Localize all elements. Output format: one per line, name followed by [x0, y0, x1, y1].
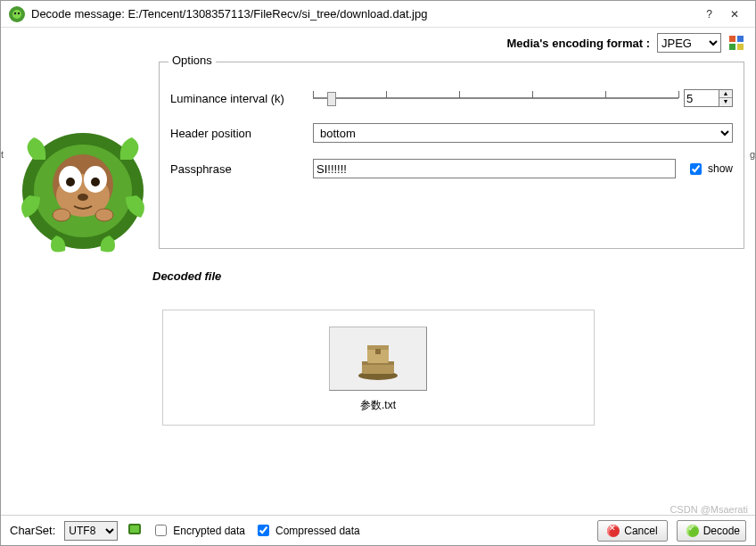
close-button[interactable]: ✕ — [730, 8, 739, 21]
decoded-file-heading: Decoded file — [152, 269, 755, 283]
charset-label: CharSet: — [10, 524, 55, 537]
decode-button[interactable]: Decode — [677, 520, 746, 542]
luminance-spinbox[interactable]: ▲▼ — [684, 89, 733, 107]
decode-icon — [686, 525, 699, 537]
svg-point-18 — [95, 209, 113, 221]
svg-point-15 — [91, 178, 100, 186]
svg-rect-6 — [729, 44, 735, 50]
media-format-label: Media's encoding format : — [506, 37, 650, 50]
system-buttons: ? ✕ — [697, 8, 748, 21]
header-position-select[interactable]: bottom — [313, 123, 733, 143]
luminance-row: Luminance interval (k) ▲▼ — [170, 89, 733, 107]
decoded-file-button[interactable] — [329, 327, 427, 391]
header-position-label: Header position — [170, 127, 313, 140]
charset-select[interactable]: UTF8 — [64, 521, 118, 541]
decoded-file-name: 参数.txt — [163, 398, 594, 413]
mascot-column — [12, 62, 159, 261]
cancel-button[interactable]: Cancel — [597, 520, 667, 542]
window-title: Decode message: E:/Tencent/1308357113/Fi… — [31, 7, 697, 21]
options-legend: Options — [168, 54, 216, 67]
svg-point-2 — [14, 12, 16, 13]
svg-point-16 — [78, 194, 88, 201]
svg-rect-4 — [729, 36, 735, 42]
show-passphrase-label: show — [708, 162, 733, 175]
passphrase-input[interactable] — [313, 159, 676, 178]
compressed-data-label: Compressed data — [275, 525, 360, 537]
svg-rect-26 — [130, 525, 139, 533]
luminance-value-input[interactable] — [684, 89, 719, 107]
spin-down-icon[interactable]: ▼ — [719, 98, 732, 106]
decode-button-label: Decode — [703, 525, 740, 537]
luminance-slider[interactable] — [313, 89, 678, 107]
titlebar: Decode message: E:/Tencent/1308357113/Fi… — [1, 1, 755, 28]
edge-char-right: g — [750, 149, 755, 160]
encrypted-data-label: Encrypted data — [173, 525, 245, 537]
binary-icon[interactable] — [127, 521, 143, 540]
header-position-row: Header position bottom — [170, 123, 733, 143]
compressed-data-checkbox[interactable] — [258, 525, 269, 536]
app-icon — [8, 5, 26, 23]
cancel-button-label: Cancel — [624, 525, 657, 537]
luminance-label: Luminance interval (k) — [170, 92, 313, 105]
svg-rect-24 — [375, 349, 381, 354]
passphrase-label: Passphrase — [170, 162, 313, 176]
edge-char-left: t — [1, 149, 4, 160]
help-button[interactable]: ? — [706, 8, 712, 21]
show-passphrase-wrap[interactable]: show — [686, 161, 733, 178]
cancel-icon — [607, 525, 620, 537]
media-format-select[interactable]: JPEG — [657, 33, 721, 53]
svg-point-17 — [53, 209, 70, 221]
svg-point-14 — [66, 178, 75, 186]
decoded-file-area: 参数.txt — [162, 310, 595, 426]
show-passphrase-checkbox[interactable] — [690, 163, 702, 175]
encrypted-data-wrap[interactable]: Encrypted data — [152, 522, 245, 539]
compressed-data-wrap[interactable]: Compressed data — [254, 522, 360, 539]
mascot-icon — [12, 106, 154, 258]
bottom-bar: CharSet: UTF8 Encrypted data Compressed … — [1, 515, 755, 545]
svg-rect-7 — [737, 44, 744, 50]
dialog-window: Decode message: E:/Tencent/1308357113/Fi… — [0, 0, 756, 546]
archive-icon — [351, 336, 405, 381]
watermark-text: CSDN @Msaerati — [670, 504, 748, 515]
svg-point-1 — [12, 10, 21, 19]
options-group: Options Luminance interval (k) — [159, 62, 744, 249]
spin-up-icon[interactable]: ▲ — [719, 90, 732, 98]
media-format-row: Media's encoding format : JPEG — [1, 28, 755, 58]
svg-point-3 — [18, 12, 20, 13]
palette-icon[interactable] — [728, 35, 744, 51]
passphrase-row: Passphrase show — [170, 159, 733, 178]
svg-rect-5 — [737, 36, 744, 42]
encrypted-data-checkbox[interactable] — [155, 525, 167, 536]
